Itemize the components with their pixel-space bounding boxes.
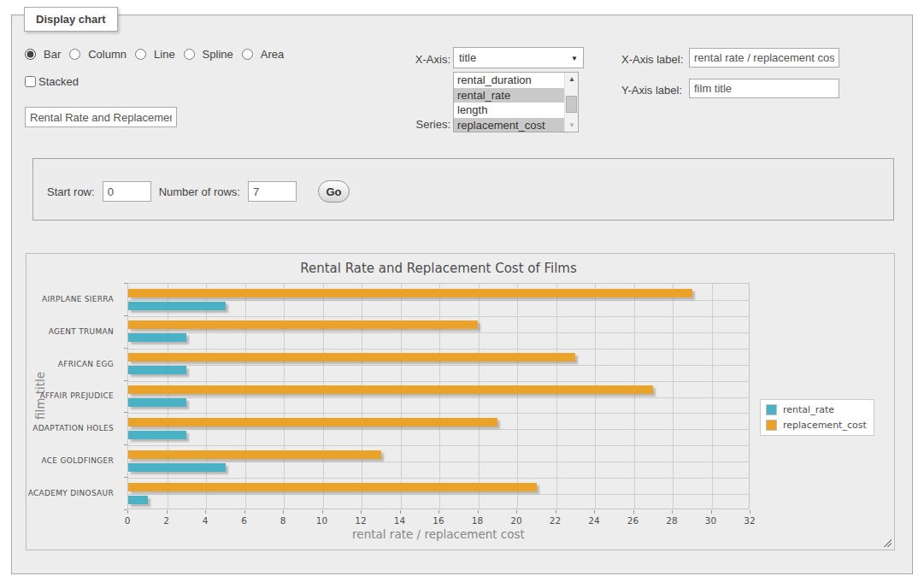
x-axis-tick [556,510,556,514]
x-axis-tick [672,510,673,514]
bar-rental_rate [128,398,186,407]
x-tick-label: 30 [698,515,724,526]
x-axis-label-input[interactable] [689,48,839,68]
legend-swatch-rental_rate [766,404,777,415]
stacked-label[interactable]: Stacked [38,75,79,88]
series-multiselect[interactable]: rental_duration rental_rate length repla… [453,72,579,132]
gridline-vertical [206,284,207,509]
radio-column-label[interactable]: Column [88,48,127,61]
x-tick-label: 22 [543,515,568,526]
x-axis-tick [361,510,362,514]
stacked-row: Stacked [25,75,79,88]
x-tick-label: 28 [659,515,685,526]
radio-line[interactable] [135,49,146,60]
radio-area-label[interactable]: Area [261,48,284,61]
x-axis-select-label: X-Axis: [368,53,450,66]
stacked-checkbox[interactable] [25,76,36,87]
fieldset-legend: Display chart [24,7,118,32]
x-axis-tick [167,510,168,514]
plot-area [127,283,750,509]
chart-title-input[interactable] [25,107,177,127]
y-axis-tick [124,412,127,413]
gridline-vertical [634,284,635,509]
bar-replacement_cost [128,385,653,394]
category-label: ACADEMY DINOSAUR [26,477,121,509]
series-scrollbar[interactable]: ▲ ▼ [564,73,578,132]
gridline-vertical [401,284,402,509]
x-tick-label: 26 [621,515,646,526]
x-tick-label: 2 [154,515,180,526]
gridline-vertical [362,284,362,509]
scroll-up-icon[interactable]: ▲ [565,73,579,85]
bar-rental_rate [128,333,186,342]
gridline-vertical [517,284,518,509]
gridline-vertical [439,284,440,509]
gridline-horizontal [128,413,749,414]
series-option-rental-duration[interactable]: rental_duration [454,73,578,88]
x-axis-tick [244,510,245,514]
bar-rental_rate [128,463,226,472]
gridline-vertical [323,284,324,509]
radio-spline-label[interactable]: Spline [203,48,233,61]
bar-rental_rate [128,302,226,310]
go-button[interactable]: Go [318,180,350,203]
gridline-vertical [712,284,713,509]
bar-rental_rate [128,496,148,504]
x-axis-tick [594,510,595,514]
bar-replacement_cost [128,353,575,362]
gridline-horizontal [128,381,749,382]
radio-column[interactable] [69,49,80,60]
gridline-vertical [556,284,557,509]
gridline-horizontal [128,332,749,333]
y-axis-tick [124,315,127,316]
x-axis-tick [633,510,634,514]
series-option-replacement-cost[interactable]: replacement_cost [454,118,578,133]
legend-label: rental_rate [783,404,834,415]
gridline-horizontal [128,445,749,446]
radio-line-label[interactable]: Line [154,48,175,61]
start-row-input[interactable] [103,181,151,202]
x-axis-tick [478,510,479,514]
y-axis-label-input[interactable] [689,79,839,98]
x-axis-select[interactable]: title ▼ [453,47,584,68]
bar-rental_rate [128,366,186,374]
x-axis-selected-value: title [459,51,476,64]
bar-replacement_cost [128,320,478,329]
series-select-label: Series: [368,118,450,131]
radio-spline[interactable] [184,49,195,60]
gridline-vertical [284,284,285,509]
num-rows-input[interactable] [248,181,297,202]
page: Display chart Bar Column Line Spline Are… [0,0,924,582]
bar-replacement_cost [128,450,381,459]
gridline-horizontal [128,349,749,350]
x-tick-label: 0 [115,515,140,526]
gridline-vertical [479,284,480,509]
radio-bar-label[interactable]: Bar [44,48,61,61]
radio-area[interactable] [242,49,253,60]
legend-label: replacement_cost [783,420,867,431]
x-axis-tick [750,510,750,514]
x-axis-tick [283,510,284,514]
y-axis-tick [124,477,127,478]
scroll-down-icon[interactable]: ▼ [565,119,579,132]
bar-replacement_cost [128,289,692,297]
x-tick-label: 4 [192,515,218,526]
legend-swatch-replacement_cost [766,420,777,431]
gridline-vertical [168,284,168,509]
x-axis-tick [516,510,517,514]
chart-category-labels: AIRPLANE SIERRAAGENT TRUMANAFRICAN EGGAF… [26,283,121,509]
category-label: AGENT TRUMAN [26,315,121,348]
scrollbar-thumb[interactable] [566,96,577,113]
bar-replacement_cost [128,418,497,426]
series-option-rental-rate[interactable]: rental_rate [454,88,578,103]
x-axis-label-label: X-Axis label: [621,53,683,66]
radio-bar[interactable] [25,49,36,60]
x-tick-label: 10 [309,515,335,526]
chart-x-axis-title: rental rate / replacement cost [127,527,750,541]
resize-handle-icon[interactable] [882,538,892,547]
x-tick-label: 6 [232,515,257,526]
x-axis-tick [205,510,206,514]
category-label: ADAPTATION HOLES [26,412,121,444]
series-option-length[interactable]: length [454,103,578,118]
chart-legend: rental_ratereplacement_cost [760,399,874,436]
